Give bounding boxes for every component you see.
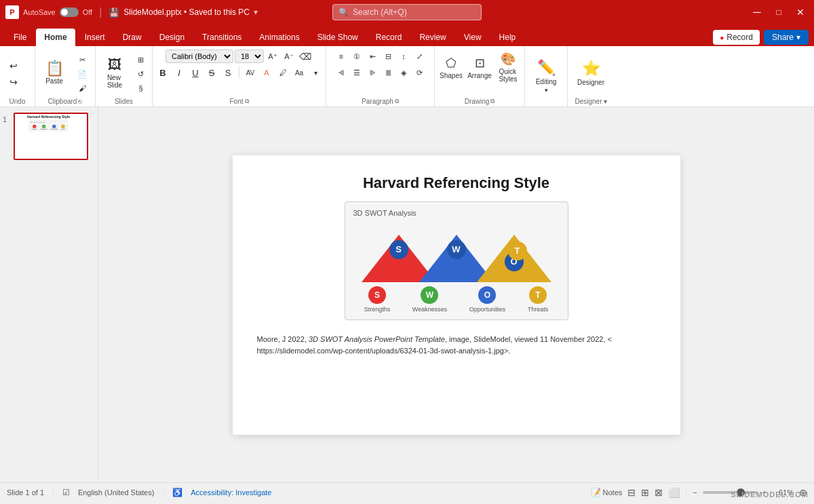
tab-review[interactable]: Review xyxy=(411,28,454,46)
badge-w: W xyxy=(447,240,466,259)
accessibility[interactable]: Accessibility: Investigate xyxy=(191,488,271,497)
font-color-button[interactable]: A xyxy=(259,65,274,80)
zoom-out-button[interactable]: − xyxy=(693,488,697,497)
autosave-toggle[interactable] xyxy=(60,7,79,17)
clear-format-button[interactable]: ⌫ xyxy=(298,49,313,64)
minimize-button[interactable]: ─ xyxy=(749,4,765,20)
drawing-group: ⬠ Shapes ⊡ Arrange 🎨 QuickStyles Drawing… xyxy=(435,46,525,106)
title-bar-left: P AutoSave Off | 💾 SlideModel.pptx • Sav… xyxy=(5,5,273,19)
presenter-view-button[interactable]: ⬜ xyxy=(668,487,680,498)
font-size-select[interactable]: 182428323640486072 xyxy=(235,50,264,63)
designer-chevron-icon[interactable]: ▾ xyxy=(604,98,607,105)
app-icon: P xyxy=(5,5,19,19)
main-area: 1 Harvard Referencing Style 3D SWOT Anal… xyxy=(0,107,814,482)
badge-s: S xyxy=(389,240,408,259)
share-label: Share xyxy=(772,33,794,42)
tab-slideshow[interactable]: Slide Show xyxy=(309,28,366,46)
swot-icons-row: S Strengths W Weaknesses O Opportunities… xyxy=(353,286,560,313)
font-expand-icon[interactable]: ▾ xyxy=(308,65,323,80)
slide-thumbnail-1[interactable]: 1 Harvard Referencing Style 3D SWOT Anal… xyxy=(3,113,95,160)
new-slide-label: NewSlide xyxy=(107,74,122,89)
quick-styles-label: QuickStyles xyxy=(499,68,517,83)
drawing-expand-btn[interactable]: ⧉ xyxy=(490,98,495,105)
tab-insert[interactable]: Insert xyxy=(77,28,113,46)
tab-transitions[interactable]: Transitions xyxy=(194,28,250,46)
clipboard-expand-icon[interactable]: ⎋ xyxy=(78,98,82,105)
slide-thumb-img-1[interactable]: Harvard Referencing Style 3D SWOT Analys… xyxy=(14,113,88,160)
underline-button[interactable]: U xyxy=(188,65,203,80)
italic-button[interactable]: I xyxy=(172,65,187,80)
decrease-font-button[interactable]: A⁻ xyxy=(282,49,296,64)
indent-dec-button[interactable]: ⇤ xyxy=(365,49,380,64)
tab-draw[interactable]: Draw xyxy=(115,28,150,46)
smartart-button[interactable]: ◈ xyxy=(396,65,411,80)
text-direction-button[interactable]: ⤢ xyxy=(412,49,427,64)
redo-button[interactable]: ↪ xyxy=(5,75,22,90)
record-button[interactable]: ● Record xyxy=(713,30,760,45)
undo-button[interactable]: ↩ xyxy=(5,58,22,73)
search-bar[interactable]: 🔍 Search (Alt+Q) xyxy=(332,4,482,20)
tab-view[interactable]: View xyxy=(456,28,490,46)
arrange-icon: ⊡ xyxy=(475,56,485,71)
tab-design[interactable]: Design xyxy=(151,28,193,46)
highlight-button[interactable]: 🖊 xyxy=(275,65,290,80)
font-group: Calibri (Body) 182428323640486072 A⁺ A⁻ … xyxy=(153,46,326,106)
justify-button[interactable]: ≣ xyxy=(381,65,395,80)
tab-help[interactable]: Help xyxy=(491,28,524,46)
slide-number-1: 1 xyxy=(3,115,11,123)
align-center-button[interactable]: ☰ xyxy=(349,65,364,80)
bold-button[interactable]: B xyxy=(155,65,170,80)
font-expand-btn[interactable]: ⧉ xyxy=(245,98,249,105)
quick-styles-button[interactable]: 🎨 QuickStyles xyxy=(495,49,522,85)
section-button[interactable]: § xyxy=(134,82,148,94)
new-slide-button[interactable]: 🖼 NewSlide xyxy=(98,54,131,92)
close-button[interactable]: ✕ xyxy=(792,4,809,20)
case-button[interactable]: Aa xyxy=(292,65,307,80)
shapes-button[interactable]: ⬠ Shapes xyxy=(438,53,465,82)
arrange-button[interactable]: ⊡ Arrange xyxy=(466,53,493,82)
tab-animations[interactable]: Animations xyxy=(251,28,307,46)
designer-icon: ⭐ xyxy=(582,60,600,77)
layout-button[interactable]: ⊞ xyxy=(134,54,148,66)
editing-button[interactable]: ✏️ Editing ▾ xyxy=(528,56,564,96)
citation-block: Moore, J 2022, 3D SWOT Analysis PowerPoi… xyxy=(257,334,656,357)
title-bar-right: ─ □ ✕ xyxy=(541,4,809,20)
align-left-button[interactable]: ⫷ xyxy=(334,65,349,80)
cut-button[interactable]: ✂ xyxy=(73,54,91,66)
tab-file[interactable]: File xyxy=(5,28,35,46)
paragraph-group-label: Paragraph xyxy=(362,98,393,105)
maximize-button[interactable]: □ xyxy=(771,4,787,20)
line-spacing-button[interactable]: ↕ xyxy=(396,49,411,64)
char-spacing-button[interactable]: AV xyxy=(243,65,258,80)
format-painter-button[interactable]: 🖌 xyxy=(73,82,91,94)
ribbon-tabs: File Home Insert Draw Design Transitions… xyxy=(0,24,814,46)
bullets-button[interactable]: ≡ xyxy=(334,49,349,64)
share-button[interactable]: Share ▾ xyxy=(764,30,809,45)
copy-button[interactable]: 📄 xyxy=(73,68,91,81)
shadow-button[interactable]: S xyxy=(220,65,235,80)
autosave-label: AutoSave xyxy=(23,8,56,16)
slide-canvas[interactable]: Harvard Referencing Style 3D SWOT Analys… xyxy=(233,155,680,435)
paragraph-expand-btn[interactable]: ⧉ xyxy=(395,98,399,105)
align-right-button[interactable]: ⫸ xyxy=(365,65,380,80)
paste-button[interactable]: 📋 Paste xyxy=(38,58,71,88)
designer-label: Designer xyxy=(577,79,604,86)
normal-view-button[interactable]: ⊟ xyxy=(627,487,636,498)
font-family-select[interactable]: Calibri (Body) xyxy=(166,50,233,63)
convert-button[interactable]: ⟳ xyxy=(412,65,427,80)
reset-button[interactable]: ↺ xyxy=(134,68,148,81)
arrange-label: Arrange xyxy=(467,72,492,79)
editing-group: ✏️ Editing ▾ xyxy=(525,46,568,106)
notes-label: Notes xyxy=(603,488,623,497)
tab-home[interactable]: Home xyxy=(36,28,75,46)
increase-font-button[interactable]: A⁺ xyxy=(265,49,280,64)
numbering-button[interactable]: ① xyxy=(349,49,364,64)
filename-arrow[interactable]: ▾ xyxy=(254,7,258,17)
slide-sorter-button[interactable]: ⊞ xyxy=(641,487,649,498)
columns-button[interactable]: ⊟ xyxy=(381,49,395,64)
tab-record[interactable]: Record xyxy=(368,28,410,46)
designer-button[interactable]: ⭐ Designer xyxy=(570,57,611,89)
notes-button[interactable]: 📝 Notes xyxy=(591,488,623,497)
reading-view-button[interactable]: ⊠ xyxy=(655,487,663,498)
strikethrough-button[interactable]: S xyxy=(204,65,219,80)
